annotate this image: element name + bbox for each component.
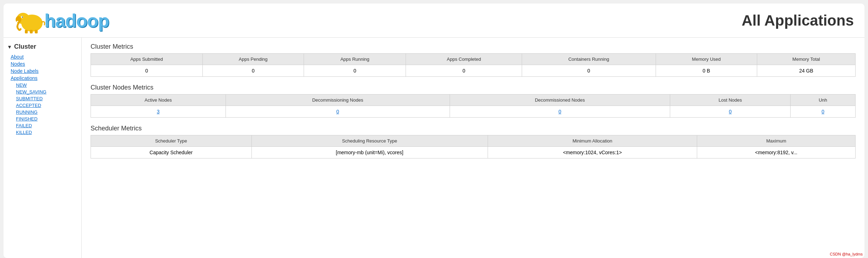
col-apps-pending: Apps Pending xyxy=(202,54,304,65)
sidebar-item-accepted[interactable]: ACCEPTED xyxy=(14,102,78,109)
val-apps-running: 0 xyxy=(304,65,406,77)
content-area: Cluster Metrics Apps Submitted Apps Pend… xyxy=(82,38,864,258)
val-maximum-allocation: <memory:8192, v... xyxy=(697,147,856,158)
sidebar-item-applications[interactable]: Applications xyxy=(7,75,78,82)
cluster-nodes-table: Active Nodes Decommissioning Nodes Decom… xyxy=(91,94,856,118)
sidebar-item-running[interactable]: RUNNING xyxy=(14,109,78,115)
col-maximum-allocation: Maximum xyxy=(697,135,856,147)
sidebar-item-about[interactable]: About xyxy=(7,53,78,60)
page-title: All Applications xyxy=(742,12,854,29)
header: hadoop All Applications xyxy=(4,4,864,38)
sidebar-item-node-labels[interactable]: Node Labels xyxy=(7,68,78,75)
logo-text: hadoop xyxy=(44,10,109,31)
val-memory-total: 24 GB xyxy=(757,65,856,77)
svg-point-4 xyxy=(22,17,23,18)
val-apps-submitted: 0 xyxy=(91,65,203,77)
col-apps-running: Apps Running xyxy=(304,54,406,65)
main-layout: ▼ Cluster About Nodes Node Labels Applic… xyxy=(4,38,864,258)
col-minimum-allocation: Minimum Allocation xyxy=(488,135,697,147)
col-memory-total: Memory Total xyxy=(757,54,856,65)
hadoop-elephant-logo xyxy=(14,7,46,34)
col-scheduler-type: Scheduler Type xyxy=(91,135,252,147)
collapse-arrow-icon: ▼ xyxy=(7,44,12,50)
cluster-metrics-section: Cluster Metrics Apps Submitted Apps Pend… xyxy=(91,43,856,77)
cluster-section-header[interactable]: ▼ Cluster xyxy=(7,43,78,50)
scheduler-metrics-table: Scheduler Type Scheduling Resource Type … xyxy=(91,135,856,158)
logo-area: hadoop xyxy=(14,7,109,34)
sidebar-item-new[interactable]: NEW xyxy=(14,82,78,88)
sidebar-item-killed[interactable]: KILLED xyxy=(14,129,78,136)
val-apps-pending: 0 xyxy=(202,65,304,77)
svg-rect-7 xyxy=(35,30,38,33)
cluster-label: Cluster xyxy=(14,43,36,50)
col-active-nodes: Active Nodes xyxy=(91,95,226,106)
sidebar-item-submitted[interactable]: SUBMITTED xyxy=(14,95,78,102)
scheduler-data-row: Capacity Scheduler [memory-mb (unit=Mi),… xyxy=(91,147,856,158)
cluster-nodes-metrics-title: Cluster Nodes Metrics xyxy=(91,84,856,91)
scheduler-metrics-title: Scheduler Metrics xyxy=(91,125,856,132)
col-decommissioned-nodes: Decommissioned Nodes xyxy=(450,95,670,106)
col-lost-nodes: Lost Nodes xyxy=(670,95,790,106)
cluster-metrics-data-row: 0 0 0 0 0 0 B 24 GB xyxy=(91,65,856,77)
val-unh-nodes[interactable]: 0 xyxy=(791,106,856,118)
val-memory-used: 0 B xyxy=(656,65,757,77)
applications-sub-links: NEW NEW_SAVING SUBMITTED ACCEPTED RUNNIN… xyxy=(7,82,78,136)
nodes-data-row: 3 0 0 0 0 xyxy=(91,106,856,118)
val-scheduling-resource-type: [memory-mb (unit=Mi), vcores] xyxy=(251,147,488,158)
col-unh-nodes: Unh xyxy=(791,95,856,106)
svg-rect-6 xyxy=(30,30,33,33)
sidebar: ▼ Cluster About Nodes Node Labels Applic… xyxy=(4,38,82,258)
sidebar-item-nodes[interactable]: Nodes xyxy=(7,60,78,68)
col-scheduling-resource-type: Scheduling Resource Type xyxy=(251,135,488,147)
sidebar-item-failed[interactable]: FAILED xyxy=(14,122,78,129)
val-lost-nodes[interactable]: 0 xyxy=(670,106,790,118)
val-containers-running: 0 xyxy=(522,65,656,77)
val-decommissioned-nodes[interactable]: 0 xyxy=(450,106,670,118)
val-minimum-allocation: <memory:1024, vCores:1> xyxy=(488,147,697,158)
scheduler-header-row: Scheduler Type Scheduling Resource Type … xyxy=(91,135,856,147)
val-decommissioning-nodes[interactable]: 0 xyxy=(226,106,450,118)
col-apps-submitted: Apps Submitted xyxy=(91,54,203,65)
cluster-metrics-title: Cluster Metrics xyxy=(91,43,856,50)
scheduler-metrics-section: Scheduler Metrics Scheduler Type Schedul… xyxy=(91,125,856,158)
col-decommissioning-nodes: Decommissioning Nodes xyxy=(226,95,450,106)
sidebar-item-new-saving[interactable]: NEW_SAVING xyxy=(14,88,78,95)
nodes-header-row: Active Nodes Decommissioning Nodes Decom… xyxy=(91,95,856,106)
svg-rect-5 xyxy=(25,30,28,33)
col-containers-running: Containers Running xyxy=(522,54,656,65)
sidebar-item-finished[interactable]: FINISHED xyxy=(14,115,78,122)
val-active-nodes[interactable]: 3 xyxy=(91,106,226,118)
val-scheduler-type: Capacity Scheduler xyxy=(91,147,252,158)
watermark: CSDN @ha_lydms xyxy=(830,252,863,256)
cluster-metrics-table: Apps Submitted Apps Pending Apps Running… xyxy=(91,53,856,77)
col-apps-completed: Apps Completed xyxy=(406,54,522,65)
cluster-metrics-header-row: Apps Submitted Apps Pending Apps Running… xyxy=(91,54,856,65)
val-apps-completed: 0 xyxy=(406,65,522,77)
cluster-nodes-metrics-section: Cluster Nodes Metrics Active Nodes Decom… xyxy=(91,84,856,118)
col-memory-used: Memory Used xyxy=(656,54,757,65)
